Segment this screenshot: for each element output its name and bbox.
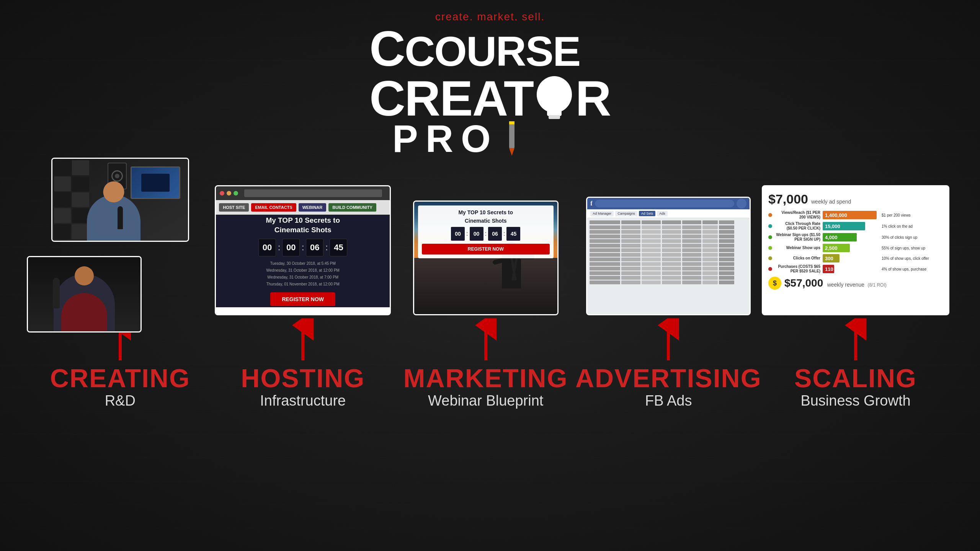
marketing-column: My TOP 10 Secrets to Cinematic Shots 00 … [396, 201, 575, 409]
nav-webinar[interactable]: WEBINAR [299, 203, 327, 212]
table-cell [642, 258, 661, 261]
content-wrapper: create. market. sell. CCOURSE CREAT R [0, 0, 980, 551]
table-cell [702, 239, 718, 243]
tagline: create. market. sell. [369, 11, 611, 22]
funnel-bar-value: 4,000 [825, 235, 838, 240]
table-cell [719, 280, 734, 284]
table-cell [682, 280, 701, 284]
table-cell [662, 230, 681, 234]
table-cell [702, 248, 718, 252]
nav-host-site[interactable]: HOST SITE [219, 203, 249, 212]
table-cell [590, 258, 620, 261]
countdown-min: 00 [282, 239, 300, 256]
funnel-bar-value: 300 [825, 256, 833, 261]
creating-card-bottom [27, 256, 142, 333]
table-cell [662, 271, 681, 275]
table-cell [719, 262, 734, 266]
webinar-form-title: My TOP 10 Secrets to Cinematic Shots [266, 216, 340, 235]
webinar-overlay: My TOP 10 Secrets to Cinematic Shots 00 … [418, 205, 554, 258]
creating-column: CREATING R&D [31, 158, 210, 409]
table-cell [702, 253, 718, 257]
webinar-form: My TOP 10 Secrets to Cinematic Shots 00 … [216, 215, 390, 307]
funnel-label: Purchases (COSTS $65 PER $520 SALE) [774, 264, 820, 274]
table-cell [590, 267, 620, 271]
table-cell [702, 244, 718, 248]
bulb-icon [533, 75, 575, 121]
table-cell [590, 262, 620, 266]
table-cell [590, 235, 620, 238]
table-cell [702, 262, 718, 266]
funnel-row: Clicks on Offer30010% of show ups, click… [768, 254, 943, 262]
weekly-spend-label: weekly ad spend [811, 199, 851, 205]
funnel-pct: 1% click on the ad [882, 224, 943, 228]
table-cell [702, 280, 718, 284]
advertising-label-main: ADVERTISING [575, 365, 762, 391]
revenue-label: weekly revenue [827, 282, 864, 288]
funnel-row: Click Through Rate ($0.50 PER CLICK)15,0… [768, 222, 943, 231]
funnel-pct: 4% of show ups, purchase [882, 267, 943, 271]
table-row [590, 244, 747, 248]
table-cell [702, 276, 718, 280]
table-cell [642, 230, 661, 234]
dollar-icon: $ [768, 277, 781, 290]
tagline-create: create. [435, 11, 474, 23]
table-cell [682, 253, 701, 257]
hosting-arrow [289, 318, 316, 362]
table-cell [719, 253, 734, 257]
table-cell [682, 244, 701, 248]
table-cell [590, 253, 620, 257]
funnel-label: Views/Reach ($1 PER 200 VIEWS) [774, 210, 820, 220]
marketing-card: My TOP 10 Secrets to Cinematic Shots 00 … [413, 201, 559, 315]
scaling-label-sub: Business Growth [800, 393, 910, 409]
funnel-bar-container: 110 [823, 265, 879, 273]
table-cell [719, 239, 734, 243]
table-row [590, 225, 747, 229]
scaling-column: $7,000 weekly ad spend Views/Reach ($1 P… [762, 185, 949, 409]
table-cell [662, 280, 681, 284]
table-cell [621, 280, 640, 284]
table-cell [719, 244, 734, 248]
register-button[interactable]: REGISTER NOW [270, 292, 335, 306]
table-cell [682, 267, 701, 271]
table-row [590, 262, 747, 266]
table-cell [662, 253, 681, 257]
fb-subnav: Ad Manager Campaigns Ad Sets Ads [587, 209, 750, 218]
fb-header: f [587, 198, 750, 209]
table-cell [642, 235, 661, 238]
funnel-row: Views/Reach ($1 PER 200 VIEWS)1,400,000$… [768, 210, 943, 220]
svg-marker-4 [509, 148, 514, 156]
funnel-bar-value: 1,400,000 [825, 212, 847, 218]
nav-email-contacts[interactable]: EMAIL CONTACTS [251, 203, 296, 212]
table-cell [682, 271, 701, 275]
table-cell [642, 276, 661, 280]
funnel-bar: 4,000 [823, 233, 857, 241]
table-cell [682, 276, 701, 280]
table-cell [662, 276, 681, 280]
hosting-column: HOST SITE EMAIL CONTACTS WEBINAR BUILD C… [214, 185, 393, 409]
table-cell [702, 271, 718, 275]
tagline-sell: sell. [522, 11, 545, 23]
table-row [590, 253, 747, 257]
table-cell [682, 225, 701, 229]
table-cell [590, 244, 620, 248]
webinar-dates: Tuesday, 30 October 2018, at 5:45 PM Wed… [266, 260, 340, 288]
table-cell [682, 235, 701, 238]
hosting-label-main: HOSTING [241, 365, 365, 391]
table-cell [590, 276, 620, 280]
funnel-bar: 300 [823, 254, 840, 262]
table-cell [621, 239, 640, 243]
table-cell [719, 248, 734, 252]
scaling-funnel: Views/Reach ($1 PER 200 VIEWS)1,400,000$… [768, 210, 943, 274]
funnel-pct: 55% of sign ups, show up [882, 246, 943, 250]
table-cell [719, 267, 734, 271]
table-cell [642, 271, 661, 275]
advertising-card: f Ad Manager Campaigns Ad Sets Ads [586, 197, 751, 315]
funnel-bar-value: 110 [825, 266, 833, 272]
table-cell [642, 262, 661, 266]
logo-line2: CREAT R [369, 73, 611, 123]
table-cell [642, 244, 661, 248]
nav-build-community[interactable]: BUILD COMMUNITY [328, 203, 376, 212]
table-cell [642, 225, 661, 229]
table-row [590, 239, 747, 243]
table-cell [621, 258, 640, 261]
